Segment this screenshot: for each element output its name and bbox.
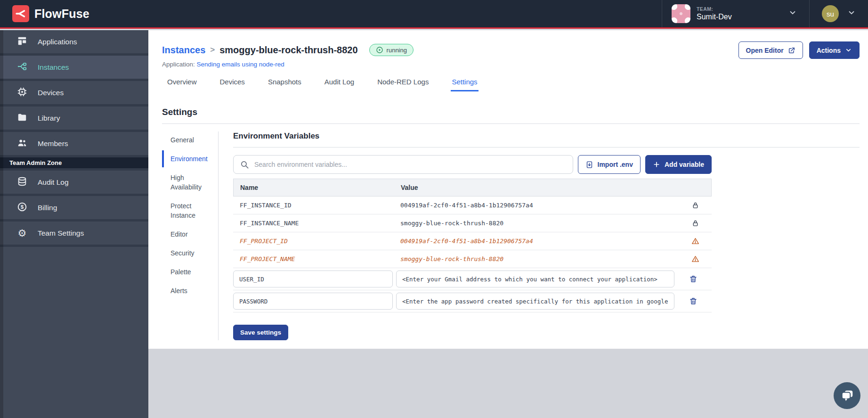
env-name: FF_PROJECT_ID xyxy=(233,238,396,245)
delete-variable-button[interactable] xyxy=(689,275,698,283)
chip-icon xyxy=(17,87,27,99)
env-name: FF_INSTANCE_ID xyxy=(233,202,396,209)
user-menu[interactable]: su xyxy=(810,0,868,27)
team-selector[interactable]: TEAM: Sumit-Dev xyxy=(662,0,809,27)
chat-icon xyxy=(840,389,854,403)
delete-variable-button[interactable] xyxy=(689,297,698,305)
env-name-input[interactable] xyxy=(233,270,393,287)
instances-icon xyxy=(17,61,27,74)
trash-icon xyxy=(689,297,698,305)
users-icon xyxy=(17,138,27,150)
sidebar-item-label: Members xyxy=(38,139,68,148)
subnav-alerts[interactable]: Alerts xyxy=(162,282,218,299)
team-admin-zone-label: Team Admin Zone xyxy=(0,157,148,171)
search-box xyxy=(233,155,573,174)
env-value-input[interactable] xyxy=(396,270,674,287)
folder-icon xyxy=(17,112,27,124)
sidebar-item-label: Audit Log xyxy=(38,178,69,187)
subnav-security[interactable]: Security xyxy=(162,245,218,262)
sidebar-item-library[interactable]: Library xyxy=(0,107,148,132)
main-area: Instances > smoggy-blue-rock-thrush-8820… xyxy=(148,30,868,418)
subnav-palette[interactable]: Palette xyxy=(162,263,218,280)
tab-settings[interactable]: Settings xyxy=(451,78,478,91)
warning-icon xyxy=(679,237,712,245)
open-editor-button[interactable]: Open Editor xyxy=(738,41,803,59)
status-text: running xyxy=(387,47,407,54)
sidebar-item-label: Devices xyxy=(38,89,64,97)
tab-audit-log[interactable]: Audit Log xyxy=(324,78,355,91)
open-editor-label: Open Editor xyxy=(746,47,784,54)
table-row-editable xyxy=(233,290,712,312)
breadcrumb-instances-link[interactable]: Instances xyxy=(162,45,205,56)
sidebar-item-devices[interactable]: Devices xyxy=(0,81,148,107)
content-panel: Instances > smoggy-blue-rock-thrush-8820… xyxy=(148,30,868,349)
team-label: TEAM: xyxy=(697,6,782,12)
team-avatar xyxy=(672,4,690,23)
env-value: 004919af-2cf0-4f51-a8b4-1b12906757a4 xyxy=(396,202,679,209)
env-variables-table: Name Value FF_INSTANCE_ID 004919af-2cf0-… xyxy=(233,179,712,312)
tab-nodered-logs[interactable]: Node-RED Logs xyxy=(376,78,430,91)
application-label: Application: xyxy=(162,61,195,68)
chevron-down-icon xyxy=(845,47,852,54)
add-variable-label: Add variable xyxy=(665,161,704,168)
subnav-environment[interactable]: Environment xyxy=(162,150,218,167)
column-header-value: Value xyxy=(396,184,678,191)
add-variable-button[interactable]: Add variable xyxy=(645,155,712,174)
sidebar-item-billing[interactable]: $ Billing xyxy=(0,196,148,221)
topbar: FlowFuse TEAM: Sumit-Dev su xyxy=(0,0,868,29)
sidebar-item-label: Applications xyxy=(38,38,77,46)
column-header-name: Name xyxy=(234,184,396,191)
instance-tabs: Overview Devices Snapshots Audit Log Nod… xyxy=(166,78,860,91)
sidebar-item-members[interactable]: Members xyxy=(0,132,148,157)
chat-widget-button[interactable] xyxy=(834,382,860,409)
table-row: FF_INSTANCE_ID 004919af-2cf0-4f51-a8b4-1… xyxy=(233,197,712,214)
sidebar-item-label: Library xyxy=(38,114,60,123)
team-name: Sumit-Dev xyxy=(697,13,782,21)
sidebar-edge xyxy=(0,30,3,418)
status-badge: running xyxy=(369,44,414,56)
table-header: Name Value xyxy=(233,179,712,197)
avatar: su xyxy=(822,5,839,22)
sidebar-item-team-settings[interactable]: ⚙ Team Settings xyxy=(0,221,148,247)
gear-icon: ⚙ xyxy=(17,228,27,238)
brand-name: FlowFuse xyxy=(34,7,89,21)
subnav-protect-instance[interactable]: Protect Instance xyxy=(162,197,218,224)
tab-snapshots[interactable]: Snapshots xyxy=(267,78,302,91)
chevron-down-icon xyxy=(788,8,797,19)
breadcrumb: Instances > smoggy-blue-rock-thrush-8820… xyxy=(162,42,860,57)
subnav-general[interactable]: General xyxy=(162,131,218,148)
svg-text:$: $ xyxy=(21,204,24,210)
applications-icon xyxy=(17,36,27,48)
page-title: smoggy-blue-rock-thrush-8820 xyxy=(219,45,357,56)
save-settings-button[interactable]: Save settings xyxy=(233,325,288,340)
table-row-deprecated: FF_PROJECT_NAME smoggy-blue-rock-thrush-… xyxy=(233,250,712,268)
table-row: FF_INSTANCE_NAME smoggy-blue-rock-thrush… xyxy=(233,214,712,232)
table-row-editable xyxy=(233,268,712,290)
subnav-high-availability[interactable]: High Availability xyxy=(162,169,218,196)
sidebar-item-applications[interactable]: Applications xyxy=(0,30,148,56)
tab-overview[interactable]: Overview xyxy=(166,78,198,91)
sidebar-item-label: Billing xyxy=(38,204,57,212)
sidebar-item-audit-log[interactable]: Audit Log xyxy=(0,171,148,196)
document-download-icon xyxy=(585,161,593,169)
env-value: 004919af-2cf0-4f51-a8b4-1b12906757a4 xyxy=(396,238,679,245)
application-link[interactable]: Sending emails using node-red xyxy=(197,61,284,68)
search-input[interactable] xyxy=(254,161,566,168)
env-name-input[interactable] xyxy=(233,293,393,310)
subnav-editor[interactable]: Editor xyxy=(162,226,218,243)
actions-label: Actions xyxy=(817,47,841,54)
flowfuse-logo-icon[interactable] xyxy=(12,5,29,22)
env-value: smoggy-blue-rock-thrush-8820 xyxy=(396,220,679,227)
sidebar-item-label: Instances xyxy=(38,63,69,72)
tab-devices[interactable]: Devices xyxy=(219,78,246,91)
actions-button[interactable]: Actions xyxy=(809,41,860,59)
env-value-input[interactable] xyxy=(396,293,674,310)
settings-subnav: General Environment High Availability Pr… xyxy=(162,131,218,340)
warning-icon xyxy=(679,255,712,263)
settings-heading: Settings xyxy=(162,107,860,117)
dollar-circle-icon: $ xyxy=(17,202,27,214)
sidebar: Applications Instances Devices Library xyxy=(0,30,148,418)
sidebar-item-label: Team Settings xyxy=(38,229,84,238)
sidebar-item-instances[interactable]: Instances xyxy=(0,56,148,81)
import-env-button[interactable]: Import .env xyxy=(578,155,641,174)
